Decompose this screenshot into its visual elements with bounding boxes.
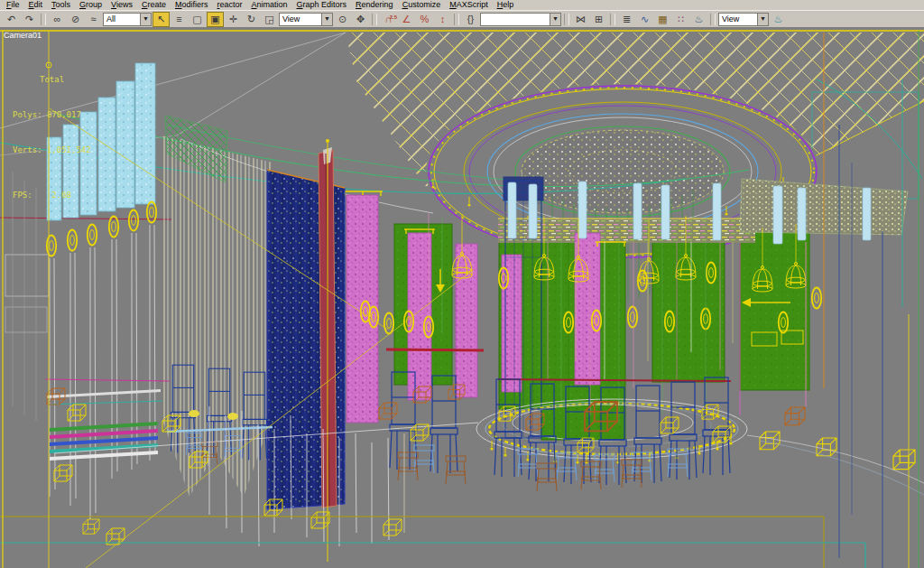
quick-render-icon[interactable]: ♨ — [770, 12, 787, 27]
menu-item-file[interactable]: File — [2, 0, 24, 10]
rectangular-selection-region-icon[interactable]: ▢ — [189, 12, 206, 27]
menu-item-edit[interactable]: Edit — [24, 0, 48, 10]
select-object-icon[interactable]: ↖ — [152, 12, 170, 27]
toolbar-separator — [454, 14, 459, 25]
menu-bar: FileEditToolsGroupViewsCreateModifiersre… — [0, 0, 924, 10]
menu-item-modifiers[interactable]: Modifiers — [171, 0, 213, 10]
select-and-scale-icon[interactable]: ◲ — [261, 12, 278, 27]
toolbar-separator — [564, 14, 569, 25]
curve-editor-icon[interactable]: ∿ — [636, 12, 653, 27]
named-selection-sets-arrow-icon[interactable]: ▼ — [550, 14, 560, 25]
schematic-view-icon[interactable]: ▦ — [654, 12, 671, 27]
selection-filter-dropdown[interactable]: All▼ — [103, 13, 152, 26]
percent-snap-toggle-icon[interactable]: % — [416, 12, 433, 27]
redo-icon[interactable]: ↷ — [21, 12, 38, 27]
named-selection-sets-value — [481, 14, 550, 25]
select-and-link-icon[interactable]: ∞ — [49, 12, 66, 27]
menu-item-graph-editors[interactable]: Graph Editors — [292, 0, 352, 10]
viewport-statistics: Total Polys: 870,017 Verts: 1,051,542 FP… — [13, 51, 91, 225]
render-type-value: View — [719, 14, 757, 25]
select-and-rotate-icon[interactable]: ↻ — [243, 12, 260, 27]
menu-item-rendering[interactable]: Rendering — [351, 0, 398, 10]
render-setup-icon[interactable]: ♨ — [690, 12, 707, 27]
selection-filter-arrow-icon[interactable]: ▼ — [140, 14, 151, 25]
selection-filter-value: All — [104, 14, 140, 25]
menu-item-create[interactable]: Create — [137, 0, 171, 10]
angle-snap-toggle-icon[interactable]: ∠ — [398, 12, 415, 27]
align-icon[interactable]: ⊞ — [590, 12, 607, 27]
edit-named-selection-sets-icon[interactable]: {} — [462, 12, 479, 27]
window-crossing-toggle-icon[interactable]: ▣ — [207, 12, 224, 27]
menu-item-help[interactable]: Help — [493, 0, 519, 10]
select-by-name-icon[interactable]: ≡ — [171, 12, 188, 27]
spinner-snap-toggle-icon[interactable]: ↕ — [434, 12, 451, 27]
layer-manager-icon[interactable]: ≣ — [618, 12, 635, 27]
render-type-dropdown[interactable]: View▼ — [718, 13, 769, 26]
viewport-canvas[interactable] — [0, 27, 924, 568]
bind-to-space-warp-icon[interactable]: ≈ — [85, 12, 102, 27]
viewport[interactable]: Camera01 Total Polys: 870,017 Verts: 1,0… — [0, 27, 924, 568]
stats-fps: FPS: 2.68 — [13, 190, 91, 201]
reference-coordinate-system-dropdown[interactable]: View▼ — [279, 13, 333, 26]
menu-item-views[interactable]: Views — [106, 0, 137, 10]
main-toolbar: ↶↷∞⊘≈All▼↖≡▢▣✛↻◲View▼⊙✥∩2.5∠%↕{}▼⋈⊞≣∿▦∷♨… — [0, 10, 924, 28]
stats-verts: Verts: 1,051,542 — [13, 144, 91, 156]
mirror-icon[interactable]: ⋈ — [572, 12, 589, 27]
reference-coordinate-system-arrow-icon[interactable]: ▼ — [321, 14, 332, 25]
menu-item-tools[interactable]: Tools — [47, 0, 75, 10]
named-selection-sets-dropdown[interactable]: ▼ — [480, 13, 561, 26]
viewport-label[interactable]: Camera01 — [4, 31, 42, 40]
render-type-arrow-icon[interactable]: ▼ — [757, 14, 768, 25]
toolbar-separator — [710, 14, 716, 25]
undo-icon[interactable]: ↶ — [3, 12, 20, 27]
toolbar-separator — [372, 14, 377, 25]
menu-item-maxscript[interactable]: MAXScript — [445, 0, 493, 10]
reference-coordinate-system-value: View — [280, 14, 321, 25]
app-window: FileEditToolsGroupViewsCreateModifiersre… — [0, 0, 924, 568]
snaps-toggle-icon[interactable]: ∩2.5 — [380, 12, 397, 27]
material-editor-icon[interactable]: ∷ — [672, 12, 689, 27]
menu-item-group[interactable]: Group — [75, 0, 106, 10]
stats-polys: Polys: 870,017 — [13, 109, 91, 121]
toolbar-separator — [610, 14, 615, 25]
toolbar-separator — [41, 14, 46, 25]
menu-item-reactor[interactable]: reactor — [212, 0, 246, 10]
menu-item-customize[interactable]: Customize — [398, 0, 446, 10]
stats-total-label: Total — [13, 74, 91, 86]
select-and-move-icon[interactable]: ✛ — [225, 12, 242, 27]
menu-item-animation[interactable]: Animation — [247, 0, 292, 10]
select-and-manipulate-icon[interactable]: ✥ — [352, 12, 369, 27]
unlink-selection-icon[interactable]: ⊘ — [67, 12, 84, 27]
use-pivot-point-center-icon[interactable]: ⊙ — [334, 12, 351, 27]
